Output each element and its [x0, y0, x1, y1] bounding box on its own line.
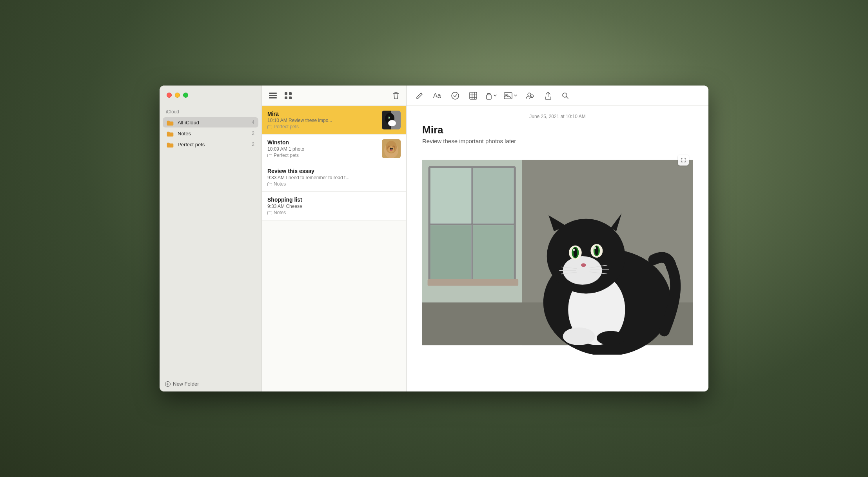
- detail-subtitle: Review these important photos later: [422, 138, 693, 144]
- traffic-lights: [167, 93, 188, 98]
- svg-rect-44: [430, 225, 471, 280]
- note-item-mira[interactable]: Mira 10:10 AM Review these impo... Perfe…: [262, 106, 406, 135]
- list-toolbar: [262, 86, 406, 106]
- checklist-button[interactable]: [450, 90, 461, 101]
- svg-point-71: [597, 331, 625, 345]
- svg-rect-46: [428, 279, 519, 286]
- svg-point-32: [528, 93, 531, 96]
- grid-view-button[interactable]: [283, 91, 293, 101]
- note-time-essay: 9:33 AM: [267, 175, 285, 180]
- notes-list-panel: Mira 10:10 AM Review these impo... Perfe…: [261, 86, 407, 391]
- image-expand-button[interactable]: [678, 155, 689, 166]
- sidebar-item-all-icloud[interactable]: All iCloud 4: [163, 117, 258, 127]
- note-meta-essay: 9:33 AM I need to remember to read t...: [267, 175, 401, 180]
- folder-icon: [167, 119, 174, 126]
- detail-date: June 25, 2021 at 10:10 AM: [422, 114, 693, 119]
- note-item-shopping-content: Shopping list 9:33 AM Cheese Notes: [267, 197, 401, 215]
- sidebar-item-notes[interactable]: Notes 2: [163, 128, 258, 138]
- svg-rect-43: [473, 168, 514, 224]
- svg-rect-2: [269, 95, 277, 96]
- note-item-winston[interactable]: Winston 10:09 AM 1 photo Perfect pets: [262, 135, 406, 163]
- new-folder-label: New Folder: [173, 381, 199, 387]
- svg-point-22: [390, 149, 392, 151]
- format-button[interactable]: Aa: [432, 91, 443, 101]
- note-preview-shopping: Cheese: [286, 204, 302, 209]
- cat-photo: [422, 151, 693, 355]
- detail-toolbar: Aa: [407, 86, 708, 106]
- note-title-winston: Winston: [267, 139, 378, 146]
- delete-button[interactable]: [391, 90, 401, 101]
- svg-rect-29: [487, 95, 491, 99]
- photo-dropdown[interactable]: [504, 92, 517, 99]
- svg-point-21: [391, 148, 393, 150]
- compose-button[interactable]: [414, 91, 425, 101]
- svg-rect-7: [289, 96, 292, 99]
- note-preview-essay: I need to remember to read t...: [286, 175, 349, 180]
- note-item-shopping-list[interactable]: Shopping list 9:33 AM Cheese Notes: [262, 192, 406, 220]
- svg-rect-45: [473, 225, 514, 280]
- detail-title: Mira: [422, 124, 693, 136]
- lock-dropdown[interactable]: [486, 92, 497, 100]
- note-title-essay: Review this essay: [267, 168, 401, 174]
- note-time-shopping: 9:33 AM: [267, 204, 285, 209]
- sidebar-item-notes-label: Notes: [178, 131, 250, 137]
- collaborate-button[interactable]: [524, 91, 536, 101]
- notes-list: Mira 10:10 AM Review these impo... Perfe…: [262, 106, 406, 391]
- notes-app-window: iCloud All iCloud 4 Notes: [160, 86, 708, 391]
- note-time-mira: 10:10 AM: [267, 118, 287, 123]
- note-thumbnail-winston: [382, 139, 401, 158]
- share-button[interactable]: [543, 90, 553, 102]
- note-title-shopping: Shopping list: [267, 197, 401, 203]
- svg-point-11: [388, 120, 396, 126]
- svg-point-70: [563, 328, 595, 345]
- minimize-button[interactable]: [175, 93, 180, 98]
- sidebar: iCloud All iCloud 4 Notes: [160, 86, 261, 391]
- svg-rect-42: [430, 168, 471, 224]
- sidebar-item-perfect-pets-count: 2: [252, 142, 254, 147]
- note-item-mira-content: Mira 10:10 AM Review these impo... Perfe…: [267, 111, 378, 129]
- detail-content: June 25, 2021 at 10:10 AM Mira Review th…: [407, 106, 708, 391]
- sidebar-item-notes-count: 2: [252, 131, 254, 136]
- sidebar-section-label: iCloud: [160, 106, 261, 117]
- detail-image: [422, 151, 693, 355]
- note-title-mira: Mira: [267, 111, 378, 117]
- folder-icon: [167, 130, 174, 137]
- sidebar-bottom: New Folder: [160, 376, 261, 391]
- svg-rect-24: [470, 92, 477, 99]
- svg-point-62: [594, 247, 596, 249]
- close-button[interactable]: [167, 93, 172, 98]
- new-folder-button[interactable]: New Folder: [165, 381, 199, 387]
- sidebar-item-all-icloud-count: 4: [252, 120, 254, 125]
- svg-point-20: [390, 148, 391, 150]
- note-item-winston-content: Winston 10:09 AM 1 photo Perfect pets: [267, 139, 378, 158]
- svg-rect-3: [269, 97, 277, 98]
- note-meta-shopping: 9:33 AM Cheese: [267, 204, 401, 209]
- note-item-review-essay[interactable]: Review this essay 9:33 AM I need to reme…: [262, 163, 406, 192]
- svg-point-61: [573, 249, 575, 251]
- note-folder-shopping: Notes: [267, 210, 401, 215]
- folder-icon: [167, 141, 174, 147]
- svg-rect-5: [289, 92, 292, 95]
- sidebar-item-perfect-pets-label: Perfect pets: [178, 142, 250, 147]
- svg-point-63: [581, 263, 586, 267]
- search-button[interactable]: [560, 91, 570, 101]
- svg-point-34: [563, 93, 567, 97]
- note-folder-mira: Perfect pets: [267, 124, 378, 129]
- maximize-button[interactable]: [183, 93, 188, 98]
- note-detail-panel: Aa: [407, 86, 708, 391]
- svg-rect-4: [285, 92, 287, 95]
- sidebar-item-all-icloud-label: All iCloud: [178, 120, 250, 126]
- svg-rect-1: [269, 93, 277, 94]
- note-preview-winston: 1 photo: [289, 146, 304, 152]
- svg-rect-6: [285, 96, 287, 99]
- note-meta-winston: 10:09 AM 1 photo: [267, 146, 378, 152]
- svg-point-13: [389, 117, 390, 118]
- table-button[interactable]: [468, 90, 479, 101]
- note-time-winston: 10:09 AM: [267, 146, 287, 152]
- sidebar-item-perfect-pets[interactable]: Perfect pets 2: [163, 139, 258, 149]
- note-preview-mira: Review these impo...: [289, 118, 332, 123]
- note-folder-winston: Perfect pets: [267, 153, 378, 158]
- svg-point-23: [452, 92, 459, 99]
- note-folder-essay: Notes: [267, 181, 401, 187]
- list-view-button[interactable]: [267, 91, 278, 100]
